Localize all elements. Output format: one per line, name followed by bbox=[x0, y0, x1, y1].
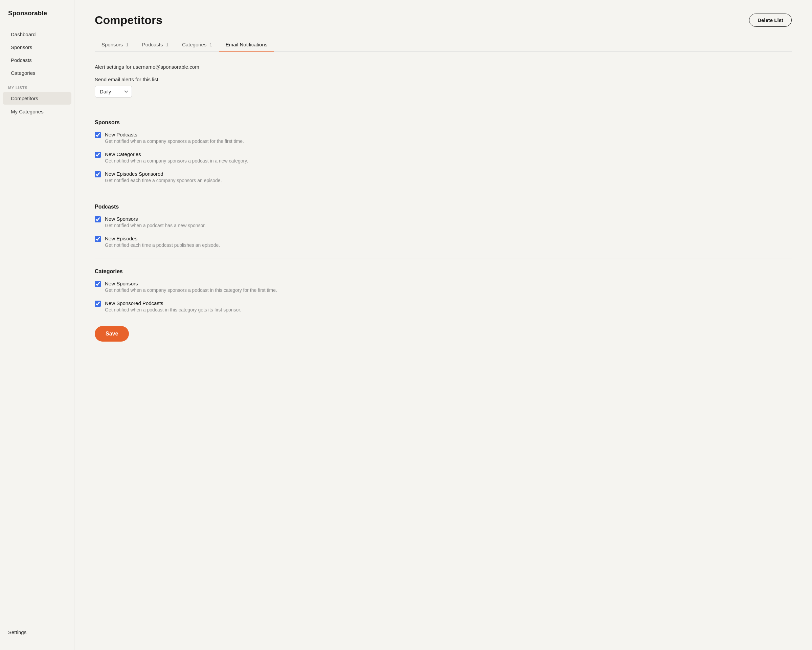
checkbox-label-new-episodes-sponsored: New Episodes Sponsored bbox=[105, 171, 222, 177]
checkbox-label-new-categories: New Categories bbox=[105, 151, 248, 157]
tab-podcasts-count: 1 bbox=[166, 42, 168, 47]
divider-3 bbox=[95, 258, 792, 259]
frequency-select-wrapper: Never Daily Weekly bbox=[95, 86, 792, 98]
checkbox-desc-new-episodes-sponsored: Get notified each time a company sponsor… bbox=[105, 178, 222, 183]
tab-sponsors[interactable]: Sponsors 1 bbox=[95, 38, 135, 52]
frequency-dropdown[interactable]: Never Daily Weekly bbox=[95, 86, 132, 98]
checkbox-podcast-new-episodes[interactable] bbox=[95, 236, 101, 242]
sidebar-item-settings[interactable]: Settings bbox=[0, 629, 74, 641]
checkbox-label-category-new-sponsors: New Sponsors bbox=[105, 281, 277, 286]
divider-2 bbox=[95, 194, 792, 194]
checkbox-item-podcast-new-sponsors: New Sponsors Get notified when a podcast… bbox=[95, 216, 792, 228]
sidebar-item-sponsors[interactable]: Sponsors bbox=[3, 41, 72, 54]
checkbox-item-category-new-sponsored-podcasts: New Sponsored Podcasts Get notified when… bbox=[95, 300, 792, 312]
my-lists-label: MY LISTS bbox=[0, 80, 74, 92]
sidebar-nav: Dashboard Sponsors Podcasts Categories bbox=[0, 28, 74, 80]
checkbox-item-podcast-new-episodes: New Episodes Get notified each time a po… bbox=[95, 236, 792, 248]
checkbox-desc-new-podcasts: Get notified when a company sponsors a p… bbox=[105, 138, 244, 144]
checkbox-item-category-new-sponsors: New Sponsors Get notified when a company… bbox=[95, 281, 792, 293]
checkbox-label-category-new-sponsored-podcasts: New Sponsored Podcasts bbox=[105, 300, 241, 306]
podcasts-checkbox-group: Podcasts New Sponsors Get notified when … bbox=[95, 204, 792, 248]
email-notifications-section: Alert settings for username@sponsorable.… bbox=[95, 64, 792, 342]
sidebar-item-dashboard[interactable]: Dashboard bbox=[3, 28, 72, 41]
sponsors-checkbox-group: Sponsors New Podcasts Get notified when … bbox=[95, 119, 792, 183]
podcasts-section-heading: Podcasts bbox=[95, 204, 792, 210]
send-email-label: Send email alerts for this list bbox=[95, 76, 792, 82]
tab-sponsors-count: 1 bbox=[126, 42, 128, 47]
checkbox-label-podcast-new-episodes: New Episodes bbox=[105, 236, 220, 242]
app-logo: Sponsorable bbox=[0, 9, 74, 28]
tab-podcasts[interactable]: Podcasts 1 bbox=[135, 38, 175, 52]
checkbox-desc-category-new-sponsors: Get notified when a company sponsors a p… bbox=[105, 288, 277, 293]
sponsors-section-heading: Sponsors bbox=[95, 119, 792, 125]
checkbox-new-episodes-sponsored[interactable] bbox=[95, 171, 101, 177]
tab-categories-count: 1 bbox=[210, 42, 212, 47]
sidebar-item-competitors[interactable]: Competitors bbox=[3, 92, 72, 105]
checkbox-podcast-new-sponsors[interactable] bbox=[95, 216, 101, 222]
categories-checkbox-group: Categories New Sponsors Get notified whe… bbox=[95, 268, 792, 312]
delete-list-button[interactable]: Delete List bbox=[749, 14, 792, 27]
checkbox-new-categories[interactable] bbox=[95, 151, 101, 158]
checkbox-desc-podcast-new-sponsors: Get notified when a podcast has a new sp… bbox=[105, 223, 206, 228]
categories-section-heading: Categories bbox=[95, 268, 792, 275]
checkbox-desc-category-new-sponsored-podcasts: Get notified when a podcast in this cate… bbox=[105, 307, 241, 312]
divider-1 bbox=[95, 110, 792, 110]
checkbox-label-new-podcasts: New Podcasts bbox=[105, 132, 244, 138]
tabs: Sponsors 1 Podcasts 1 Categories 1 Email… bbox=[95, 38, 792, 52]
page-header: Competitors Delete List bbox=[95, 14, 792, 27]
checkbox-item-new-podcasts: New Podcasts Get notified when a company… bbox=[95, 132, 792, 144]
page-title: Competitors bbox=[95, 14, 162, 27]
checkbox-desc-new-categories: Get notified when a company sponsors a p… bbox=[105, 158, 248, 164]
alert-settings-label: Alert settings for username@sponsorable.… bbox=[95, 64, 792, 70]
checkbox-category-new-sponsored-podcasts[interactable] bbox=[95, 301, 101, 307]
checkbox-category-new-sponsors[interactable] bbox=[95, 281, 101, 287]
sidebar-item-podcasts[interactable]: Podcasts bbox=[3, 54, 72, 66]
checkbox-desc-podcast-new-episodes: Get notified each time a podcast publish… bbox=[105, 242, 220, 248]
main-content: Competitors Delete List Sponsors 1 Podca… bbox=[75, 0, 812, 650]
sidebar: Sponsorable Dashboard Sponsors Podcasts … bbox=[0, 0, 75, 650]
save-button[interactable]: Save bbox=[95, 326, 129, 342]
checkbox-item-new-episodes-sponsored: New Episodes Sponsored Get notified each… bbox=[95, 171, 792, 183]
checkbox-item-new-categories: New Categories Get notified when a compa… bbox=[95, 151, 792, 164]
tab-categories[interactable]: Categories 1 bbox=[175, 38, 219, 52]
sidebar-item-categories[interactable]: Categories bbox=[3, 67, 72, 79]
checkbox-label-podcast-new-sponsors: New Sponsors bbox=[105, 216, 206, 222]
tab-email-notifications[interactable]: Email Notifications bbox=[219, 38, 274, 52]
sidebar-item-my-categories[interactable]: My Categories bbox=[3, 105, 72, 118]
checkbox-new-podcasts[interactable] bbox=[95, 132, 101, 138]
